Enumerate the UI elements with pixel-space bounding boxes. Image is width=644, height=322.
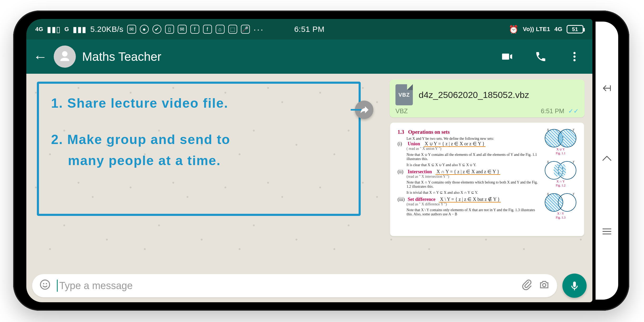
back-button[interactable]: ←	[33, 48, 47, 65]
tb-iii-note1: Note that X \ Y contains only elements o…	[407, 208, 541, 216]
annotation-callout: 1. Share lecture video file. 2. Make gro…	[37, 82, 361, 216]
venn-union-cap: X ∪ Y	[556, 147, 565, 151]
video-call-button[interactable]	[500, 49, 514, 64]
battery-icon: 51	[567, 25, 583, 33]
tb-iii-formula: X \ Y = { z | z ∈ X but z ∉ Y }	[439, 197, 501, 202]
notif-fb-icon-2: f	[203, 25, 212, 34]
callout-line-2b: many people at a time.	[51, 153, 221, 168]
nav-back-button[interactable]	[601, 82, 613, 96]
message-input-box[interactable]: Type a message	[32, 274, 557, 297]
venn-diff-cap: X \ Y	[557, 212, 564, 215]
venn-intersection-icon: X Y X ∩ Y Fig. 1.2	[545, 161, 576, 182]
tb-i-idx: (i)	[398, 141, 407, 147]
signal-bars-icon: ▮▮▯	[47, 25, 61, 34]
tb-ii-note1: Note that X ∩ Y contains only those elem…	[407, 180, 541, 189]
tb-i-note1: Note that X ∪ Y contains all the element…	[407, 152, 541, 161]
svg-point-0	[573, 52, 576, 54]
chat-header: ← Maths Teacher	[26, 39, 592, 74]
notif-phone-icon: ▯	[165, 25, 174, 34]
emoji-icon[interactable]	[39, 279, 51, 293]
tb-ii-read: (read as " X intersection Y ")	[407, 175, 541, 179]
input-bar: Type a message	[26, 271, 592, 302]
signal-bars-icon-2: ▮▮▮	[73, 25, 87, 34]
status-time: 6:51 PM	[294, 25, 324, 34]
notif-envelope-icon: ✉	[178, 25, 187, 34]
tb-i-formula: X ∪ Y = { z | z ∈ X or z ∈ Y }	[424, 141, 486, 147]
textbook-page: 1.3 Operations on sets Let X and Y be tw…	[393, 125, 581, 233]
tb-intro: Let X and Y be two sets. We define the f…	[407, 137, 541, 141]
file-type-icon: VBZ	[395, 84, 413, 105]
read-ticks-icon: ✓✓	[568, 107, 579, 115]
tb-i-term: Union	[408, 141, 420, 146]
chat-body[interactable]: 1. Share lecture video file. 2. Make gro…	[26, 74, 592, 271]
venn-union-icon: X Y X ∪ Y Fig. 1.1	[545, 129, 576, 150]
mic-button[interactable]	[562, 274, 587, 298]
nav-home-button[interactable]	[601, 154, 613, 168]
alarm-icon: ⏰	[509, 25, 519, 34]
file-ext-label: VBZ	[395, 107, 408, 115]
message-time: 6:51 PM	[541, 107, 564, 115]
contact-avatar[interactable]	[54, 46, 76, 68]
venn-union-fig: Fig. 1.1	[556, 151, 566, 155]
message-file-attachment[interactable]: VBZ d4z_25062020_185052.vbz VBZ 6:51 PM …	[390, 80, 584, 117]
signal-4g-icon: 4G	[35, 26, 43, 33]
callout-line-2a: 2. Make group and send to	[51, 132, 230, 147]
nav-recents-button[interactable]	[601, 225, 613, 239]
venn-difference-icon: X Y X \ Y Fig. 1.3	[545, 193, 576, 214]
tb-ii-idx: (ii)	[398, 169, 407, 175]
notif-more-icon: ···	[254, 24, 264, 34]
venn-diff-fig: Fig. 1.3	[556, 216, 566, 219]
more-menu-button[interactable]	[567, 49, 582, 64]
tb-iii-term: Set difference	[408, 197, 435, 202]
file-name-label: d4z_25062020_185052.vbz	[419, 90, 529, 100]
camera-icon[interactable]	[539, 279, 550, 293]
voice-call-button[interactable]	[533, 49, 548, 64]
notif-check-icon: ✔	[152, 25, 161, 34]
status-bar: 4G ▮▮▯ G ▮▮▮ 5.20KB/s ✉ ● ✔ ▯ ✉ f f ⌂ ⬚ …	[26, 19, 592, 39]
notif-inbox-icon: ⌂	[216, 25, 225, 34]
tb-i-note2: It is clear that X ⊆ X ∪ Y and also Y ⊆ …	[407, 163, 541, 167]
signal-g-icon: G	[65, 26, 69, 33]
data-speed-label: 5.20KB/s	[90, 25, 123, 34]
tb-iii-read: (read as " X difference Y ")	[407, 202, 541, 206]
tb-section-title: Operations on sets	[408, 129, 450, 135]
message-image[interactable]: 1.3 Operations on sets Let X and Y be tw…	[390, 122, 584, 236]
tb-ii-term: Intersection	[408, 169, 432, 174]
callout-line-1: 1. Share lecture video file.	[51, 93, 346, 114]
svg-point-6	[543, 283, 546, 286]
svg-point-1	[573, 56, 576, 58]
tb-section-no: 1.3	[398, 129, 404, 135]
notif-chat-icon: ●	[140, 25, 149, 34]
tb-ii-formula: X ∩ Y = { z | z ∈ X and z ∈ Y }	[435, 169, 500, 175]
attach-icon[interactable]	[521, 279, 532, 293]
notif-mic-icon: 🎤	[241, 25, 250, 34]
message-input[interactable]: Type a message	[57, 280, 515, 292]
contact-name[interactable]: Maths Teacher	[82, 49, 481, 64]
svg-point-3	[41, 280, 50, 289]
svg-point-4	[43, 283, 44, 284]
notif-mail-icon: ✉	[127, 25, 136, 34]
tb-iii-idx: (iii)	[398, 197, 407, 202]
net-4g-label: 4G	[554, 26, 562, 33]
venn-inter-cap: X ∩ Y	[557, 180, 565, 183]
tb-ii-note2: It is trivial that X ∩ Y ⊆ X and also X …	[407, 190, 541, 195]
notif-fb-icon: f	[190, 25, 199, 34]
tb-i-read: ( read as " X union Y ")	[407, 147, 541, 151]
android-nav-strip	[596, 22, 618, 300]
volte-label: Vo)) LTE1	[523, 26, 550, 33]
svg-point-5	[46, 283, 47, 284]
venn-inter-fig: Fig. 1.2	[556, 184, 566, 187]
notif-bag-icon: ⬚	[228, 25, 237, 34]
svg-point-2	[573, 59, 576, 61]
